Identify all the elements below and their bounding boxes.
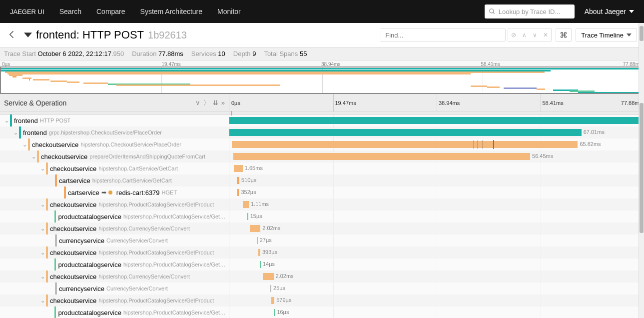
service-name: checkoutservice — [50, 225, 96, 232]
brand[interactable]: JAEGER UI — [10, 8, 44, 16]
find-prev-icon[interactable]: ∧ — [519, 32, 530, 38]
service-name: currencyservice — [59, 285, 104, 292]
span-duration-label: 14µs — [263, 261, 275, 267]
operation-name: hipstershop.ProductCatalogService/GetPro… — [123, 262, 229, 268]
span-bar[interactable] — [271, 297, 274, 304]
span-bar[interactable] — [237, 177, 239, 184]
span-bar[interactable] — [234, 165, 242, 172]
find-close-icon[interactable]: ✕ — [540, 32, 551, 38]
span-bar[interactable] — [270, 285, 271, 292]
span-duration-label: 352µs — [241, 189, 256, 195]
service-name: frontend — [23, 129, 47, 136]
span-duration-label: 25µs — [273, 285, 285, 291]
service-name: cartservice — [59, 177, 90, 184]
nav-search[interactable]: Search — [59, 8, 81, 16]
operation-name: hipstershop.CartService/GetCart — [92, 178, 172, 184]
span-row[interactable]: ⌄checkoutservicehipstershop.CurrencyServ… — [0, 222, 644, 234]
find-input[interactable] — [381, 28, 506, 42]
find-clear-icon[interactable]: ⊘ — [508, 32, 519, 38]
nav-compare[interactable]: Compare — [96, 8, 125, 16]
span-bar[interactable] — [232, 141, 578, 148]
span-row[interactable]: ⌄frontendHTTP POST — [0, 114, 644, 126]
chevron-down-icon — [629, 9, 634, 14]
span-row[interactable]: cartservice➡redis-cart:6379HGET352µs — [0, 186, 644, 198]
service-color-bar — [54, 210, 56, 222]
svg-line-1 — [493, 12, 494, 14]
span-bar[interactable] — [233, 153, 530, 160]
expand-icon[interactable]: ⌄ — [39, 202, 46, 208]
service-color-bar — [64, 186, 66, 198]
keyboard-shortcuts-button[interactable]: ⌘ — [556, 28, 572, 42]
service-name: currencyservice — [59, 237, 104, 244]
span-row[interactable]: ⌄checkoutservicehipstershop.ProductCatal… — [0, 246, 644, 258]
span-bar[interactable] — [274, 309, 275, 316]
span-row[interactable]: productcatalogservicehipstershop.Product… — [0, 306, 644, 318]
span-row[interactable]: currencyserviceCurrencyService/Convert27… — [0, 234, 644, 246]
vertical-scrollbar[interactable] — [639, 23, 644, 318]
peer-dot-icon — [108, 190, 112, 194]
span-bar[interactable] — [258, 249, 260, 256]
find-controls: ⊘ ∧ ∨ ✕ — [508, 28, 552, 42]
expand-one-icon[interactable]: ∨ — [195, 99, 200, 106]
service-color-bar — [46, 246, 48, 258]
about-menu[interactable]: About Jaeger — [585, 8, 634, 16]
back-button[interactable] — [7, 30, 17, 41]
operation-name: hipstershop.ProductCatalogService/GetPro… — [98, 202, 214, 208]
expand-icon[interactable]: ⌄ — [21, 142, 28, 148]
expand-icon[interactable]: ⌄ — [39, 298, 46, 304]
expand-icon[interactable]: ⌄ — [39, 250, 46, 256]
expand-all-icon[interactable]: ⇊ — [213, 99, 218, 106]
find-next-icon[interactable]: ∨ — [530, 32, 540, 38]
span-duration-label: 393µs — [262, 249, 277, 255]
span-row[interactable]: productcatalogservicehipstershop.Product… — [0, 210, 644, 222]
span-row[interactable]: ⌄checkoutservicehipstershop.CheckoutServ… — [0, 138, 644, 150]
span-row[interactable]: ⌄checkoutserviceprepareOrderItemsAndShip… — [0, 150, 644, 162]
span-bar[interactable] — [229, 129, 582, 136]
span-bar[interactable] — [257, 237, 258, 244]
span-bar[interactable] — [243, 201, 249, 208]
span-duration-label: 1.11ms — [251, 201, 269, 207]
trace-title[interactable]: frontend: HTTP POST 1b92613 — [24, 28, 381, 42]
operation-name: HGET — [162, 190, 177, 196]
expand-icon[interactable]: ⌄ — [12, 130, 19, 136]
span-duration-label: 1.65ms — [245, 165, 263, 171]
service-color-bar — [55, 282, 57, 294]
span-row[interactable]: ⌄checkoutservicehipstershop.CurrencyServ… — [0, 270, 644, 282]
span-bar[interactable] — [263, 273, 273, 280]
service-color-bar — [37, 150, 39, 162]
operation-name: hipstershop.ProductCatalogService/GetPro… — [123, 310, 229, 316]
column-header-service: Service & Operation — [4, 99, 192, 107]
span-row[interactable]: currencyserviceCurrencyService/Convert25… — [0, 282, 644, 294]
span-bar[interactable] — [260, 261, 261, 268]
minimap[interactable] — [0, 66, 644, 94]
expand-icon[interactable]: ⌄ — [39, 166, 46, 172]
nav-architecture[interactable]: System Architecture — [140, 8, 203, 16]
collapse-one-icon[interactable]: 〉 — [203, 98, 210, 108]
span-row[interactable]: ⌄frontendgrpc.hipstershop.CheckoutServic… — [0, 126, 644, 138]
span-bar[interactable] — [250, 225, 260, 232]
span-row[interactable]: productcatalogservicehipstershop.Product… — [0, 258, 644, 270]
expand-icon[interactable]: ⌄ — [39, 226, 46, 232]
span-rows: ⌄frontendHTTP POST⌄frontendgrpc.hipsters… — [0, 114, 644, 318]
span-row[interactable]: ⌄checkoutservicehipstershop.ProductCatal… — [0, 294, 644, 306]
service-name: checkoutservice — [50, 249, 96, 256]
expand-icon[interactable]: ⌄ — [39, 274, 46, 280]
span-bar[interactable] — [229, 117, 639, 124]
lookup-input[interactable]: Lookup by Trace ID... — [485, 4, 575, 18]
nav-monitor[interactable]: Monitor — [217, 8, 241, 16]
peer-name: redis-cart:6379 — [116, 189, 160, 196]
log-marker — [493, 140, 494, 149]
service-color-bar — [55, 234, 57, 246]
expand-icon[interactable]: ⌄ — [3, 118, 10, 124]
span-bar[interactable] — [247, 213, 248, 220]
span-row[interactable]: ⌄checkoutservicehipstershop.CartService/… — [0, 162, 644, 174]
view-mode-select[interactable]: Trace Timeline — [576, 28, 637, 42]
log-marker — [478, 140, 478, 149]
operation-name: hipstershop.CurrencyService/Convert — [98, 274, 190, 280]
span-row[interactable]: cartservicehipstershop.CartService/GetCa… — [0, 174, 644, 186]
collapse-all-icon[interactable]: » — [221, 99, 225, 106]
expand-icon[interactable]: ⌄ — [30, 154, 37, 160]
span-bar[interactable] — [237, 189, 239, 196]
log-marker — [483, 140, 483, 149]
span-row[interactable]: ⌄checkoutservicehipstershop.ProductCatal… — [0, 198, 644, 210]
